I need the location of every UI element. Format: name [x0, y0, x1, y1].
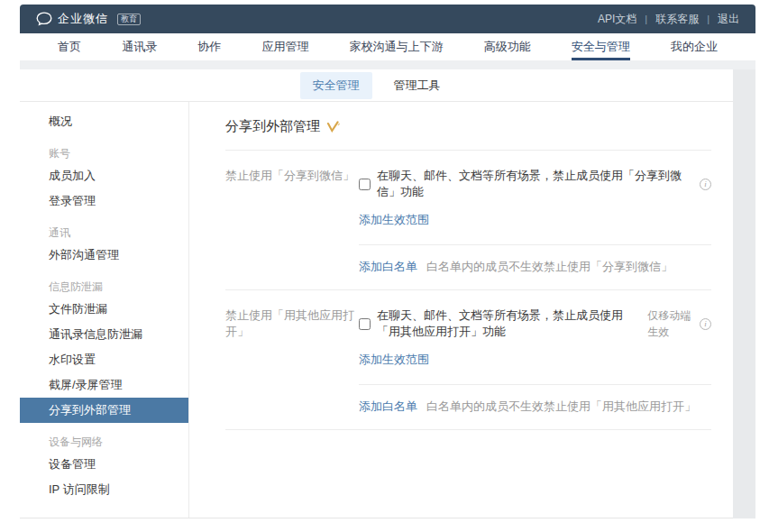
app-title: 企业微信 — [58, 11, 108, 27]
add-whitelist-link[interactable]: 添加白名单 — [359, 259, 417, 275]
contact-support-link[interactable]: 联系客服 — [655, 12, 699, 27]
panel-body: 概况 账号 成员加入 登录管理 通讯 外部沟通管理 信息防泄漏 文件防泄漏 通讯… — [20, 102, 733, 518]
sidebar-item-share-external-management[interactable]: 分享到外部管理 — [20, 398, 188, 423]
sidebar-group-device-network: 设备与网络 — [20, 423, 188, 452]
divider: | — [645, 14, 647, 24]
whitelist-row: 添加白名单 白名单内的成员不生效禁止使用「用其他应用打开」 — [359, 384, 711, 429]
nav-gap-strip — [20, 60, 755, 69]
logout-link[interactable]: 退出 — [718, 12, 739, 27]
page-title-row: 分享到外部管理 — [225, 118, 711, 151]
page-title: 分享到外部管理 — [225, 118, 320, 135]
add-whitelist-link[interactable]: 添加白名单 — [359, 399, 417, 415]
info-icon[interactable]: i — [700, 318, 711, 330]
gold-sprout-icon — [326, 121, 340, 133]
forbid-open-with-other-apps-checkbox[interactable] — [359, 318, 371, 330]
workarea: 安全管理 管理工具 概况 账号 成员加入 登录管理 通讯 外部沟通管理 信息防泄… — [20, 69, 755, 518]
section-divider — [225, 429, 711, 430]
checkbox-line: 在聊天、邮件、文档等所有场景，禁止成员使用「分享到微信」功能 i — [359, 168, 711, 200]
setting-forbid-open-with-other-apps: 禁止使用「用其他应用打开」 在聊天、邮件、文档等所有场景，禁止成员使用「用其他应… — [225, 290, 711, 384]
nav-item-app-management[interactable]: 应用管理 — [261, 33, 308, 60]
sidebar-item-device-management[interactable]: 设备管理 — [20, 452, 188, 477]
setting-label: 禁止使用「分享到微信」 — [225, 168, 359, 244]
whitelist-hint: 白名单内的成员不生效禁止使用「用其他应用打开」 — [426, 399, 696, 415]
sidebar-item-watermark-settings[interactable]: 水印设置 — [20, 347, 188, 372]
whitelist-hint: 白名单内的成员不生效禁止使用「分享到微信」 — [426, 259, 673, 275]
divider: | — [707, 14, 709, 24]
checkbox-note: 仅移动端生效 — [647, 307, 693, 340]
sidebar-item-ip-access-restriction[interactable]: IP 访问限制 — [20, 477, 188, 502]
main-nav: 首页 通讯录 协作 应用管理 家校沟通与上下游 高级功能 安全与管理 我的企业 — [20, 33, 755, 60]
sidebar-group-communication: 通讯 — [20, 214, 188, 243]
api-docs-link[interactable]: API文档 — [598, 12, 636, 27]
nav-item-home[interactable]: 首页 — [58, 33, 81, 60]
setting-body: 在聊天、邮件、文档等所有场景，禁止成员使用「分享到微信」功能 i 添加生效范围 — [359, 168, 711, 244]
sidebar-group-info-leak-prevention: 信息防泄漏 — [20, 268, 188, 297]
nav-item-school-communication[interactable]: 家校沟通与上下游 — [350, 33, 444, 60]
add-effective-scope-link[interactable]: 添加生效范围 — [359, 212, 429, 228]
info-icon[interactable]: i — [700, 179, 711, 190]
sidebar-item-overview[interactable]: 概况 — [20, 109, 188, 134]
scrollbar-track[interactable] — [733, 69, 755, 518]
add-effective-scope-link[interactable]: 添加生效范围 — [359, 352, 429, 368]
sidebar-item-member-join[interactable]: 成员加入 — [20, 163, 188, 188]
whitelist-row: 添加白名单 白名单内的成员不生效禁止使用「分享到微信」 — [359, 244, 711, 289]
tab-security-management[interactable]: 安全管理 — [300, 72, 372, 99]
sidebar-item-screenshot-management[interactable]: 截屏/录屏管理 — [20, 372, 188, 398]
tab-management-tools[interactable]: 管理工具 — [381, 72, 453, 99]
app-logo: 企业微信 教育 — [36, 11, 141, 27]
sidebar-group-account: 账号 — [20, 134, 188, 163]
setting-forbid-share-to-wechat: 禁止使用「分享到微信」 在聊天、邮件、文档等所有场景，禁止成员使用「分享到微信」… — [225, 151, 711, 244]
topbar-links: API文档 | 联系客服 | 退出 — [598, 12, 739, 27]
content-area: 分享到外部管理 禁止使用「分享到微信」 在聊天、邮件、文档等所有场景，禁止成员使… — [189, 102, 733, 518]
sidebar-item-contacts-leak-prevention[interactable]: 通讯录信息防泄漏 — [20, 322, 188, 347]
topbar: 企业微信 教育 API文档 | 联系客服 | 退出 — [20, 5, 755, 33]
setting-label: 禁止使用「用其他应用打开」 — [225, 307, 359, 384]
nav-item-contacts[interactable]: 通讯录 — [122, 33, 157, 60]
nav-item-collaboration[interactable]: 协作 — [197, 33, 221, 60]
nav-item-advanced-features[interactable]: 高级功能 — [484, 33, 531, 60]
nav-item-security-management[interactable]: 安全与管理 — [572, 33, 630, 60]
wecom-bubble-icon — [36, 12, 52, 26]
edition-badge: 教育 — [117, 14, 141, 25]
tab-bar: 安全管理 管理工具 — [20, 69, 733, 102]
sidebar-item-external-communication[interactable]: 外部沟通管理 — [20, 243, 188, 268]
sidebar: 概况 账号 成员加入 登录管理 通讯 外部沟通管理 信息防泄漏 文件防泄漏 通讯… — [20, 102, 189, 518]
sidebar-item-login-management[interactable]: 登录管理 — [20, 188, 188, 214]
checkbox-label: 在聊天、邮件、文档等所有场景，禁止成员使用「用其他应用打开」功能 — [377, 307, 641, 340]
forbid-share-to-wechat-checkbox[interactable] — [359, 179, 371, 190]
main-panel: 安全管理 管理工具 概况 账号 成员加入 登录管理 通讯 外部沟通管理 信息防泄… — [20, 69, 733, 518]
setting-body: 在聊天、邮件、文档等所有场景，禁止成员使用「用其他应用打开」功能 仅移动端生效 … — [359, 307, 711, 384]
nav-item-my-company[interactable]: 我的企业 — [671, 33, 718, 60]
sidebar-item-file-leak-prevention[interactable]: 文件防泄漏 — [20, 297, 188, 322]
checkbox-label: 在聊天、邮件、文档等所有场景，禁止成员使用「分享到微信」功能 — [377, 168, 687, 200]
checkbox-line: 在聊天、邮件、文档等所有场景，禁止成员使用「用其他应用打开」功能 仅移动端生效 … — [359, 307, 711, 340]
